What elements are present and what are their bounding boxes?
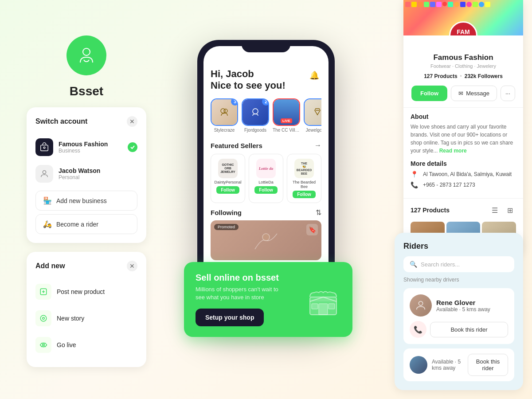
switch-account-title: Switch account [35, 117, 87, 125]
svg-point-9 [224, 109, 227, 113]
go-live-item[interactable]: Go live [35, 332, 137, 358]
jacob-avatar [35, 165, 53, 183]
famous-fashion-type: Business [59, 148, 122, 154]
phone-row: 📞 +965 - 2873 127 1273 [411, 181, 516, 188]
seller-dainty-name: DaintyPersonal [214, 180, 241, 184]
notification-bell-icon[interactable]: 🔔 [307, 68, 321, 82]
greeting-hi: Hi, Jacob [211, 68, 286, 80]
famous-fashion-name: Famous Fashion [59, 141, 122, 148]
story-jewelgoods-label: Jewelgoods [306, 128, 321, 133]
svg-point-6 [43, 317, 45, 320]
svg-point-3 [43, 171, 46, 174]
following-section: Following ⇅ Promoted [211, 208, 321, 260]
products-count-stat: 127 Products [424, 73, 457, 79]
message-label: Message [466, 90, 489, 97]
sell-banner: Sell online on bsset Millions of shopper… [184, 262, 352, 337]
shop-illustration [305, 282, 341, 317]
story-jewelgoods[interactable]: 2 Jewelgoods [304, 98, 321, 133]
seller-dainty-follow-button[interactable]: Follow [216, 186, 239, 194]
call-icon: 📞 [414, 325, 422, 334]
rider2-status: Available · 5 kms away [432, 359, 463, 371]
story-stylecraze[interactable]: 3 Stylecraze [211, 98, 238, 133]
svg-point-11 [262, 234, 270, 241]
story-fjordgoods[interactable]: 2 Fjordgoods [242, 98, 269, 133]
left-panel: Bsset Switch account ✕ Famous Fashion Bu… [27, 35, 146, 367]
svg-rect-15 [329, 304, 335, 309]
become-rider-button[interactable]: 🛵 Become a rider [35, 214, 137, 234]
svg-point-5 [40, 315, 47, 321]
seller-dainty[interactable]: GOTHICORBJEWELRY DaintyPersonal Follow [211, 154, 245, 203]
following-filter-icon[interactable]: ⇅ [316, 208, 321, 217]
phone-text: +965 - 2873 127 1273 [423, 182, 475, 188]
svg-point-10 [253, 109, 258, 114]
go-live-label: Go live [57, 341, 76, 348]
story-fjordgoods-label: Fjordgoods [244, 128, 266, 133]
more-options-button[interactable]: ··· [501, 86, 515, 101]
svg-point-2 [43, 147, 45, 149]
rider2-book-button[interactable]: Book this rider [468, 354, 508, 376]
post-product-item[interactable]: Post new product [35, 278, 137, 305]
read-more-link[interactable]: Read more [439, 148, 467, 154]
more-details-title: More details [411, 160, 516, 167]
about-title: About [411, 113, 516, 120]
grid-view-button[interactable]: ⊞ [504, 204, 516, 216]
products-count-label: 127 Products [411, 207, 450, 214]
story-ccvillage[interactable]: LIVE The CC Village [273, 98, 300, 133]
stories-row: 3 Stylecraze 2 Fjordgoods [211, 98, 321, 133]
famous-fashion-avatar [35, 138, 53, 156]
about-text: We love shoes and carry all your favorit… [411, 123, 516, 155]
rene-avatar [410, 294, 432, 317]
seller-bearded[interactable]: THE🐝BEARDEDBEE The Bearded Bee Follow [287, 154, 321, 203]
new-story-item[interactable]: New story [35, 305, 137, 332]
add-business-label: Add new business [56, 197, 107, 204]
account-item-jacob[interactable]: Jacob Watson Personal [35, 160, 137, 187]
shop-stats: 127 Products • 232k Followers [411, 73, 516, 79]
list-view-button[interactable]: ☰ [489, 204, 501, 216]
post-product-label: Post new product [57, 288, 105, 295]
featured-sellers-header: Featured Sellers → [211, 141, 321, 149]
bookmark-icon[interactable]: 🔖 [306, 224, 318, 235]
follow-shop-button[interactable]: Follow [411, 86, 447, 101]
sell-banner-title: Sell online on bsset [196, 273, 284, 283]
seller-bearded-name: The Bearded Bee [290, 180, 318, 189]
switch-account-card: Switch account ✕ Famous Fashion Business [27, 107, 146, 243]
address-text: Al Tawoon, Al Bida'a, Salmiya, Kuwait [423, 171, 512, 177]
rider-card-2: Available · 5 kms away Book this rider [403, 348, 514, 381]
add-business-icon: 🏪 [43, 196, 52, 205]
search-box: 🔍 [403, 256, 514, 272]
rider-card-rene: Rene Glover Available · 5 kms away 📞 Boo… [403, 288, 514, 344]
promoted-badge: Promoted [214, 224, 239, 230]
jacob-name: Jacob Watson [59, 167, 137, 174]
jacob-type: Personal [59, 174, 137, 180]
svg-point-16 [419, 301, 422, 305]
search-riders-input[interactable] [421, 261, 508, 268]
following-card[interactable]: Promoted 🔖 [211, 220, 321, 260]
seller-lottie-follow-button[interactable]: Follow [254, 186, 278, 194]
svg-rect-13 [319, 304, 328, 315]
location-icon: 📍 [411, 171, 419, 178]
close-switch-account-button[interactable]: ✕ [127, 116, 137, 127]
shop-banner: FAM OUS [403, 0, 523, 35]
new-story-icon [35, 310, 51, 326]
rene-book-button[interactable]: Book this rider [430, 322, 508, 337]
seller-bearded-follow-button[interactable]: Follow [293, 191, 316, 198]
rene-call-button[interactable]: 📞 [410, 321, 426, 338]
become-rider-label: Become a rider [56, 221, 98, 228]
setup-shop-button[interactable]: Setup your shop [196, 309, 264, 326]
message-shop-button[interactable]: ✉ Message [451, 86, 497, 101]
shop-actions: Follow ✉ Message ··· [411, 86, 516, 101]
seller-lottie[interactable]: Lottie da LottieDa Follow [249, 154, 283, 203]
account-item-famous-fashion[interactable]: Famous Fashion Business [35, 134, 137, 160]
shop-info: Famous Fashion Footwear · Clothing · Jew… [403, 35, 523, 107]
phone-icon: 📞 [411, 181, 419, 188]
sell-banner-subtitle: Millions of shoppers can't wait to see w… [196, 286, 284, 301]
sellers-row: GOTHICORBJEWELRY DaintyPersonal Follow L… [211, 154, 321, 203]
add-new-card: Add new ✕ Post new product New story [27, 252, 146, 367]
featured-sellers-title: Featured Sellers [211, 142, 262, 149]
featured-sellers-arrow-icon[interactable]: → [314, 141, 321, 149]
new-story-label: New story [57, 315, 84, 322]
add-new-business-button[interactable]: 🏪 Add new business [35, 191, 137, 211]
close-add-new-button[interactable]: ✕ [127, 261, 137, 271]
go-live-icon [35, 337, 51, 353]
riders-title: Riders [403, 242, 514, 251]
